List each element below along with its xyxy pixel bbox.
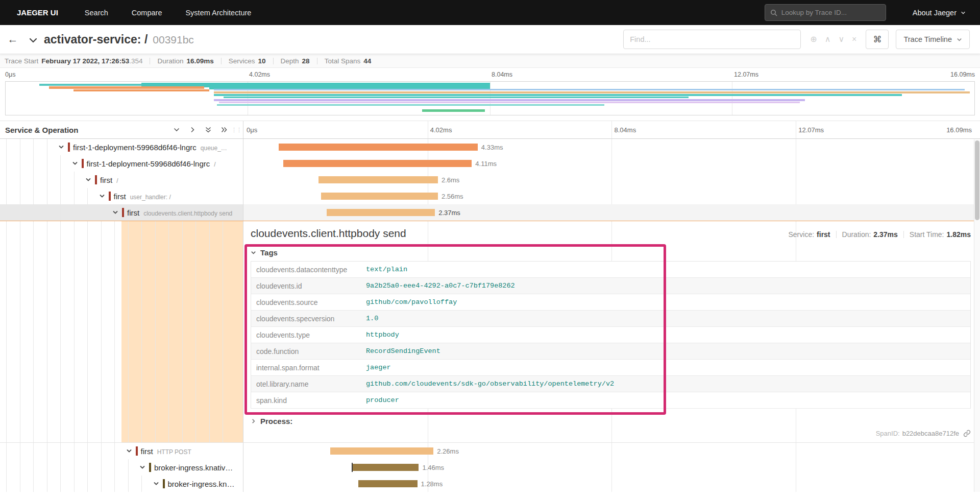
span-start-value: 1.82ms [947, 230, 971, 239]
span-row-timeline-cell[interactable]: 2.56ms [243, 188, 980, 204]
span-duration-label: 2.56ms [442, 193, 463, 200]
trace-view-selector[interactable]: Trace Timeline [896, 30, 970, 49]
span-duration-bar[interactable] [358, 480, 417, 487]
span-row-timeline-cell[interactable]: 4.33ms [243, 139, 980, 155]
indent-guide [87, 476, 88, 492]
tags-table: cloudevents.datacontenttypetext/plainclo… [251, 261, 971, 409]
indent-guide [20, 188, 20, 204]
indent-guide [60, 155, 61, 172]
find-clear-icon[interactable]: × [852, 35, 856, 43]
scrollbar-thumb[interactable] [975, 140, 979, 220]
trace-id-search[interactable] [765, 4, 886, 21]
span-duration-bar[interactable] [321, 193, 438, 200]
collapse-one-icon[interactable] [173, 126, 180, 133]
span-duration-bar[interactable] [352, 464, 419, 471]
span-row-timeline-cell[interactable]: 1.28ms [243, 476, 980, 492]
view-options-button[interactable]: ⌘ [866, 30, 889, 49]
span-row[interactable]: firstHTTP POST2.26ms [0, 443, 980, 459]
span-duration-bar[interactable] [279, 144, 478, 151]
find-next-icon[interactable]: ∨ [838, 35, 844, 43]
process-section-header[interactable]: Process: [251, 417, 971, 425]
span-rows-bottom: firstHTTP POST2.26msbroker-ingress.knati… [0, 443, 980, 492]
span-row-label-cell[interactable]: firstcloudevents.client.httpbody send [0, 204, 243, 221]
about-jaeger-menu[interactable]: About Jaeger [913, 9, 966, 17]
span-collapse-icon[interactable] [126, 448, 132, 454]
indent-guide [87, 188, 88, 204]
span-detail-panel: cloudevents.client.httpbody send Service… [243, 221, 980, 442]
indent-guide [33, 139, 34, 155]
minimap-canvas[interactable] [5, 81, 975, 115]
tag-row: otel.library.namegithub.com/cloudevents/… [251, 376, 970, 392]
indent-guide [20, 476, 20, 492]
span-row-label-cell[interactable]: first-1-deployment-59968d6f46-lngrc/ [0, 155, 243, 172]
tag-value: jaeger [366, 364, 391, 371]
span-row[interactable]: first-1-deployment-59968d6f46-lngrc/4.11… [0, 155, 980, 172]
span-color-accent [68, 143, 70, 152]
span-row-label-cell[interactable]: broker-ingress.kn… [0, 476, 243, 492]
span-collapse-icon[interactable] [85, 177, 91, 183]
span-duration-label: 2.37ms [438, 209, 460, 217]
indent-guide [6, 221, 7, 442]
indent-guide [20, 221, 20, 442]
span-row[interactable]: first-1-deployment-59968d6f46-lngrcqueue… [0, 139, 980, 155]
tags-section-header[interactable]: Tags [251, 246, 971, 259]
indent-guide [6, 443, 7, 459]
minimap-tick: 4.02ms [249, 71, 270, 78]
about-jaeger-label: About Jaeger [913, 9, 957, 17]
find-scope-icon[interactable]: ⊕ [810, 35, 817, 43]
indent-guide [33, 221, 34, 442]
collapse-all-icon[interactable] [205, 126, 212, 133]
timeline-header: Service & Operation ⋮⋮ 0μs 4.02ms 8. [0, 121, 980, 139]
indent-guide [74, 221, 75, 442]
span-collapse-icon[interactable] [99, 193, 105, 199]
expand-one-icon[interactable] [189, 126, 196, 133]
span-duration-bar[interactable] [327, 209, 435, 216]
span-duration-bar[interactable] [283, 160, 472, 167]
span-row-timeline-cell[interactable]: 2.6ms [243, 172, 980, 188]
span-row[interactable]: broker-ingress.knativ…1.46ms [0, 459, 980, 476]
trace-start-label: Trace Start [5, 57, 38, 65]
collapse-trace-header-icon[interactable] [29, 36, 38, 45]
span-collapse-icon[interactable] [153, 481, 159, 487]
duration-value: 16.09ms [186, 57, 213, 65]
span-row-label-cell[interactable]: first/ [0, 172, 243, 188]
span-row[interactable]: firstuser_handler: /2.56ms [0, 188, 980, 204]
trace-id-search-input[interactable] [781, 9, 880, 16]
span-row-timeline-cell[interactable]: 2.37ms [243, 204, 980, 221]
nav-item-search[interactable]: Search [85, 9, 108, 17]
app-logo[interactable]: JAEGER UI [17, 8, 58, 17]
trace-title[interactable]: activator-service: / 00391bc [44, 33, 194, 46]
span-row-label-cell[interactable]: broker-ingress.knativ… [0, 459, 243, 476]
span-row-label-cell[interactable]: firstHTTP POST [0, 443, 243, 459]
span-row-label-cell[interactable]: first-1-deployment-59968d6f46-lngrcqueue… [0, 139, 243, 155]
column-resize-handle[interactable]: ⋮⋮ [231, 127, 241, 133]
chevron-right-icon [251, 418, 256, 424]
span-collapse-icon[interactable] [58, 144, 64, 150]
span-color-accent [95, 175, 97, 184]
span-row[interactable]: first/2.6ms [0, 172, 980, 188]
span-row[interactable]: firstcloudevents.client.httpbody send2.3… [0, 204, 980, 221]
vertical-scrollbar[interactable] [974, 139, 980, 492]
span-rows-top: first-1-deployment-59968d6f46-lngrcqueue… [0, 139, 980, 221]
span-row-timeline-cell[interactable]: 2.26ms [243, 443, 980, 459]
span-row-label-cell[interactable]: firstuser_handler: / [0, 188, 243, 204]
find-prev-icon[interactable]: ∧ [825, 35, 831, 43]
nav-item-system-architecture[interactable]: System Architecture [185, 9, 251, 17]
back-button[interactable]: ← [0, 33, 26, 45]
span-operation-name: cloudevents.client.httpbody send [143, 210, 232, 217]
copy-link-icon[interactable] [963, 430, 971, 437]
span-row-timeline-cell[interactable]: 4.11ms [243, 155, 980, 172]
find-input[interactable] [623, 30, 801, 49]
span-collapse-icon[interactable] [72, 160, 78, 167]
expand-all-icon[interactable] [220, 126, 228, 133]
span-duration-bar[interactable] [330, 447, 433, 455]
span-collapse-icon[interactable] [112, 209, 118, 216]
span-collapse-icon[interactable] [139, 464, 145, 470]
tag-key: cloudevents.id [251, 282, 366, 290]
span-duration-bar[interactable] [318, 176, 438, 183]
nav-item-compare[interactable]: Compare [132, 9, 162, 17]
span-row[interactable]: broker-ingress.kn…1.28ms [0, 476, 980, 492]
indent-guide [20, 139, 20, 155]
span-row-timeline-cell[interactable]: 1.46ms [243, 459, 980, 476]
indent-guide [47, 476, 47, 492]
